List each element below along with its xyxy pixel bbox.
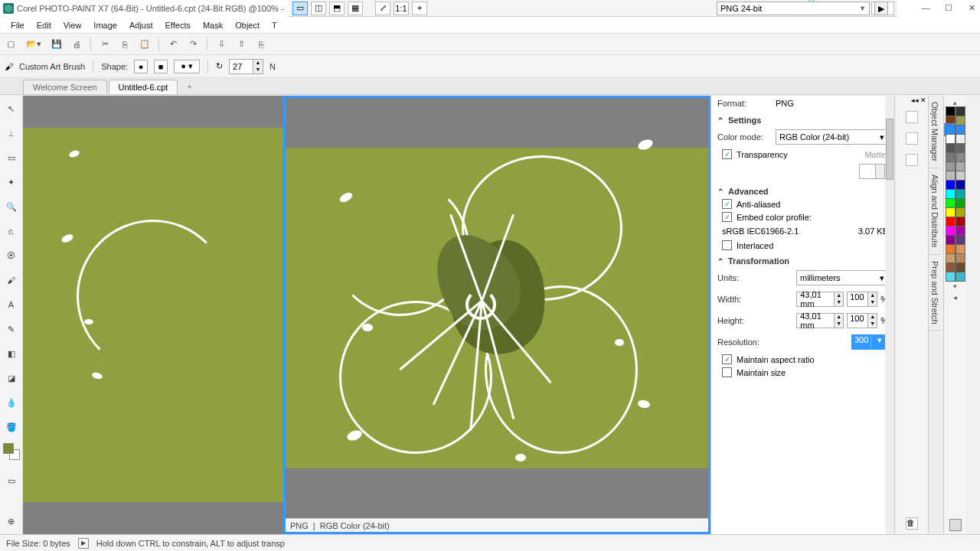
menu-tools-partial[interactable]: T	[266, 21, 283, 30]
menu-view[interactable]: View	[57, 21, 88, 30]
menu-effects[interactable]: Effects	[159, 21, 197, 30]
brush-tool[interactable]: 🖌	[3, 272, 20, 289]
rect-mask-tool[interactable]: ▭	[3, 149, 20, 166]
minimize-button[interactable]: —	[919, 2, 933, 14]
swatch[interactable]	[946, 272, 956, 282]
panel-scrollbar[interactable]	[885, 96, 894, 534]
undo-button[interactable]: ↶	[165, 37, 181, 52]
red-eye-tool[interactable]: ⦿	[3, 247, 20, 264]
app-icon	[3, 3, 14, 14]
tab-welcome[interactable]: Welcome Screen	[23, 80, 107, 94]
docker-btn-3[interactable]	[906, 154, 918, 166]
docker-align[interactable]: Align and Distribute	[929, 168, 941, 254]
menu-object[interactable]: Object	[229, 21, 266, 30]
menu-file[interactable]: File	[5, 21, 31, 30]
advanced-section-header[interactable]: ⌃ Advanced	[711, 182, 894, 197]
two-pane-horiz-button[interactable]: ⬒	[329, 2, 345, 15]
nib-selector[interactable]: ● ▾	[174, 60, 200, 73]
tab-document[interactable]: Untitled-6.cpt	[109, 80, 178, 94]
redo-button[interactable]: ↷	[185, 37, 201, 52]
clone-tool[interactable]: ⎌	[3, 223, 20, 240]
single-pane-view-button[interactable]: ▭	[292, 2, 308, 15]
maintain-size-checkbox[interactable]	[722, 367, 732, 377]
close-button[interactable]: ✕	[965, 2, 978, 14]
swatch[interactable]	[956, 272, 965, 282]
open-button[interactable]: 📂▾	[23, 37, 44, 52]
crop-tool[interactable]: ⟂	[3, 125, 20, 142]
eyedropper-tool[interactable]: 💧	[3, 394, 20, 411]
docker-btn-1[interactable]	[906, 111, 918, 123]
docker-btn-2[interactable]	[906, 132, 918, 145]
fill-tool[interactable]: 🪣	[3, 419, 20, 435]
tab-add-button[interactable]: +	[182, 82, 196, 94]
settings-section-header[interactable]: ⌃ Settings	[711, 111, 894, 126]
maintain-aspect-checkbox[interactable]: ✓	[722, 354, 732, 364]
actual-size-button[interactable]: 1:1	[394, 2, 409, 15]
menu-edit[interactable]: Edit	[31, 21, 57, 30]
pick-tool[interactable]: ↖	[3, 100, 20, 117]
brush-size-input[interactable]	[230, 62, 253, 71]
export-format-combo[interactable]: PNG 24-bit ▼	[717, 2, 870, 15]
transparency-checkbox[interactable]: ✓	[722, 149, 732, 159]
reset-colors-button[interactable]: ▭	[3, 472, 20, 489]
dropshadow-tool[interactable]: ◪	[3, 370, 20, 386]
shape-square-button[interactable]: ■	[154, 60, 168, 73]
units-combo[interactable]: millimeters ▾	[796, 270, 888, 285]
palette-up-button[interactable]: ▴	[953, 99, 957, 106]
menu-image[interactable]: Image	[87, 21, 123, 30]
two-pane-vert-button[interactable]: ◫	[311, 2, 326, 15]
height-pct-input[interactable]: 100▲▼	[847, 313, 877, 328]
maximize-button[interactable]: ☐	[942, 2, 956, 14]
spin-down[interactable]: ▼	[253, 67, 263, 73]
canvas-area[interactable]	[23, 96, 283, 534]
fit-button[interactable]: ⤢	[375, 2, 390, 15]
import-button[interactable]: ⇩	[214, 37, 229, 52]
path-tool[interactable]: ✎	[3, 321, 20, 337]
four-pane-button[interactable]: ▦	[348, 2, 363, 15]
spin-up[interactable]: ▲	[253, 60, 263, 67]
new-button[interactable]: ▢	[3, 37, 18, 52]
cut-button[interactable]: ✂	[97, 37, 113, 52]
paste-button[interactable]: 📋	[137, 37, 152, 52]
height-input[interactable]: 43,01 mm▲▼	[796, 313, 844, 328]
resolution-value: 300	[852, 335, 871, 349]
add-tool-button[interactable]: ⊕	[3, 513, 20, 530]
docker-object-manager[interactable]: Object Manager	[929, 96, 941, 168]
copy-button[interactable]: ⎘	[117, 37, 132, 52]
brush-size-spinner[interactable]: ▲▼	[229, 59, 263, 74]
zoom-tool[interactable]: 🔍	[3, 198, 20, 215]
text-tool[interactable]: A	[3, 296, 20, 313]
palette-down-button[interactable]: ▾	[953, 282, 957, 290]
antialiased-checkbox[interactable]: ✓	[722, 199, 732, 209]
zoom-to-fit-button[interactable]: ⌖	[412, 2, 427, 15]
resolution-label: Resolution:	[717, 337, 771, 347]
status-play-button[interactable]: ▶	[78, 538, 89, 549]
trash-button[interactable]: 🗑	[906, 517, 918, 530]
width-pct-input[interactable]: 100▲▼	[847, 292, 877, 307]
preview-canvas[interactable]	[286, 98, 708, 518]
palette-flyout-button[interactable]: ◂	[953, 293, 957, 302]
docker-close-button[interactable]: ✕	[920, 96, 926, 106]
width-input[interactable]: 43,01 mm▲▼	[796, 292, 844, 307]
launch-button[interactable]: ⎘	[253, 37, 269, 52]
save-button[interactable]: 💾	[49, 37, 64, 52]
resolution-combo[interactable]: 300 ▾	[851, 334, 888, 350]
docker-prep[interactable]: Prep and Stretch	[929, 255, 941, 331]
shape-round-button[interactable]: ●	[134, 60, 148, 73]
preview-play-button[interactable]: ▶	[874, 2, 888, 15]
interlaced-checkbox[interactable]	[722, 240, 732, 250]
menu-mask[interactable]: Mask	[197, 21, 229, 30]
export-button[interactable]: ⇧	[234, 37, 249, 52]
embed-profile-checkbox[interactable]: ✓	[722, 212, 732, 222]
menu-adjust[interactable]: Adjust	[123, 21, 159, 30]
docker-collapse-button[interactable]: ◂◂	[911, 96, 919, 106]
palette-menu-button[interactable]	[949, 519, 962, 531]
print-button[interactable]: 🖨	[69, 37, 84, 52]
transformation-section-header[interactable]: ⌃ Transformation	[711, 252, 894, 267]
color-swap-control[interactable]	[3, 443, 20, 460]
fg-color-swatch[interactable]	[3, 443, 14, 454]
matte-color-picker[interactable]	[859, 164, 885, 179]
eraser-tool[interactable]: ◧	[3, 345, 20, 362]
magic-wand-tool[interactable]: ✦	[3, 174, 20, 191]
color-mode-combo[interactable]: RGB Color (24-bit) ▾	[776, 129, 888, 145]
